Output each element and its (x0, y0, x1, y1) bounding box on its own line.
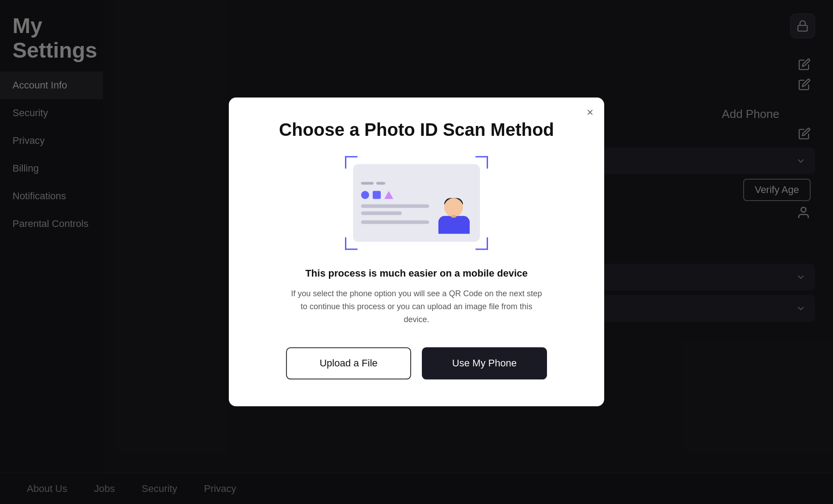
avatar-head-container (444, 198, 464, 218)
id-card-shapes (361, 191, 429, 199)
use-phone-button[interactable]: Use My Phone (422, 348, 547, 380)
upload-file-button[interactable]: Upload a File (286, 348, 411, 380)
id-card-right (436, 172, 472, 234)
modal-tagline: This process is much easier on a mobile … (305, 268, 528, 279)
id-card-left (361, 172, 429, 234)
modal-buttons: Upload a File Use My Phone (256, 348, 577, 380)
id-line-2 (361, 211, 402, 215)
id-card-illustration (345, 156, 488, 250)
modal-description: If you select the phone option you will … (287, 287, 546, 326)
shape-triangle (384, 191, 393, 199)
modal-title: Choose a Photo ID Scan Method (279, 120, 554, 140)
avatar-body (438, 216, 470, 234)
photo-id-modal: × Choose a Photo ID Scan Method (229, 97, 604, 406)
avatar-head (444, 198, 463, 217)
shape-circle (361, 191, 369, 199)
id-line-1 (361, 204, 429, 208)
id-card (353, 164, 480, 242)
modal-close-button[interactable]: × (587, 106, 593, 118)
shape-square (373, 191, 381, 199)
id-line-3 (361, 220, 429, 224)
